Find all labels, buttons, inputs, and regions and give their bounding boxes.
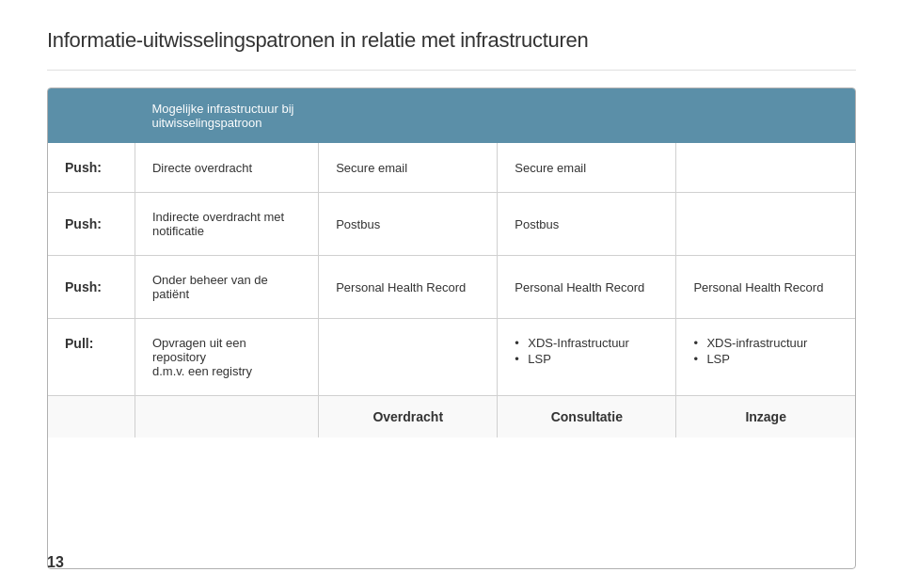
row4-infra2-list: XDS-Infrastructuur LSP: [515, 336, 658, 366]
list-item: LSP: [515, 352, 658, 366]
row-patient: Push: Onder beheer van de patiënt Person…: [48, 256, 855, 319]
header-col0: [48, 88, 135, 143]
row3-pattern: Onder beheer van de patiënt: [135, 256, 318, 319]
page: Informatie-uitwisselingspatronen in rela…: [0, 0, 903, 588]
footer-col0: [48, 396, 135, 438]
list-item: XDS-Infrastructuur: [515, 336, 658, 350]
header-col3: [498, 88, 676, 143]
page-number: 13: [47, 554, 64, 571]
header-col4: [676, 88, 855, 143]
row3-infra1: Personal Health Record: [319, 256, 498, 319]
row4-infra1: [319, 319, 498, 396]
page-title: Informatie-uitwisselingspatronen in rela…: [47, 28, 856, 53]
row4-infra2: XDS-Infrastructuur LSP: [498, 319, 676, 396]
row4-push: Pull:: [48, 319, 135, 396]
footer-col1: [135, 396, 318, 438]
row2-infra1: Postbus: [319, 193, 498, 256]
header-col2: [319, 88, 498, 143]
row3-push: Push:: [48, 256, 135, 319]
row1-infra2: Secure email: [498, 143, 676, 193]
row2-infra3: [676, 193, 855, 256]
header-row: Mogelijke infrastructuur bij uitwisselin…: [48, 88, 855, 143]
row-opvragen: Pull: Opvragen uit een repository d.m.v.…: [48, 319, 855, 396]
row2-push: Push:: [48, 193, 135, 256]
header-col1: Mogelijke infrastructuur bij uitwisselin…: [135, 88, 318, 143]
footer-row: Overdracht Consultatie Inzage: [48, 396, 855, 438]
row3-infra2: Personal Health Record: [498, 256, 676, 319]
row-directe: Push: Directe overdracht Secure email Se…: [48, 143, 855, 193]
row1-push: Push:: [48, 143, 135, 193]
row1-infra1: Secure email: [319, 143, 498, 193]
main-table-container: Mogelijke infrastructuur bij uitwisselin…: [47, 87, 856, 569]
list-item: LSP: [693, 352, 838, 366]
row2-infra2: Postbus: [498, 193, 676, 256]
row-indirecte: Push: Indirecte overdracht met notificat…: [48, 193, 855, 256]
footer-col2: Overdracht: [319, 396, 498, 438]
row4-pattern: Opvragen uit een repository d.m.v. een r…: [135, 319, 318, 396]
row1-infra3: [676, 143, 855, 193]
footer-col4: Inzage: [676, 396, 855, 438]
divider: [47, 70, 856, 71]
row4-infra3: XDS-infrastructuur LSP: [676, 319, 855, 396]
footer-col3: Consultatie: [498, 396, 676, 438]
row3-infra3: Personal Health Record: [676, 256, 855, 319]
list-item: XDS-infrastructuur: [693, 336, 838, 350]
row2-pattern: Indirecte overdracht met notificatie: [135, 193, 318, 256]
row4-infra3-list: XDS-infrastructuur LSP: [693, 336, 838, 366]
row1-pattern: Directe overdracht: [135, 143, 318, 193]
main-table: Mogelijke infrastructuur bij uitwisselin…: [48, 88, 855, 437]
